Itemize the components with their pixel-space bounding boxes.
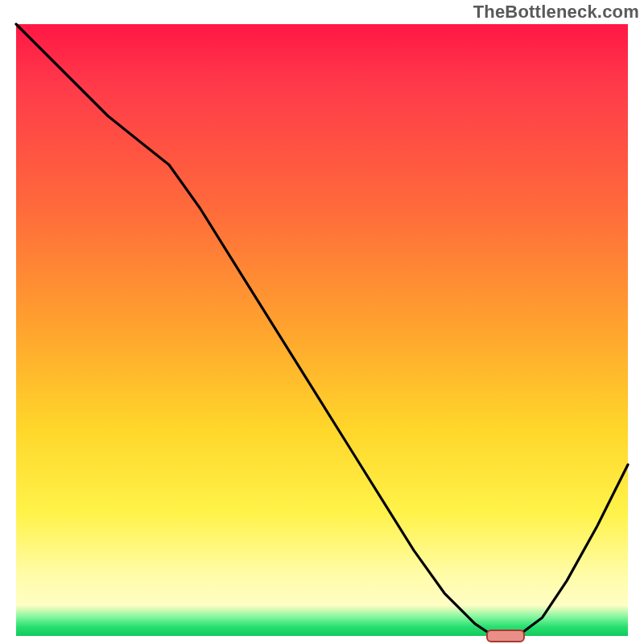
chart-area (16, 24, 628, 636)
curve-path (16, 24, 628, 636)
watermark-text: TheBottleneck.com (473, 2, 639, 23)
bottleneck-curve (16, 24, 628, 636)
optimum-marker (486, 630, 525, 642)
bottleneck-chart-stage: TheBottleneck.com (0, 0, 644, 644)
